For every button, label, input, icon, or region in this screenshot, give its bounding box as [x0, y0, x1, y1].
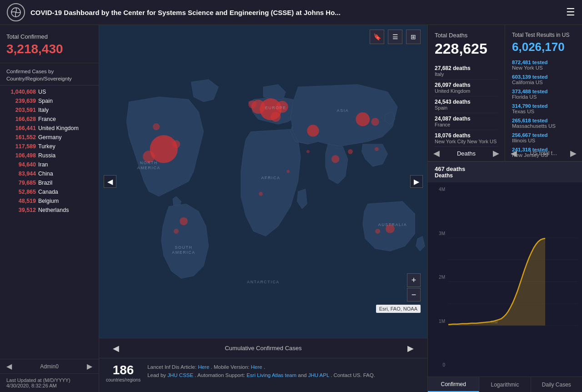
sidebar-item[interactable]: 166,441United Kingdom	[0, 124, 99, 133]
map-prev-footer[interactable]: ◀	[113, 343, 119, 353]
map-next-footer[interactable]: ▶	[407, 343, 414, 353]
mobile-link[interactable]: Here	[251, 364, 262, 370]
death-list-item: 24,543 deathsSpain	[435, 96, 498, 113]
list-tool-btn[interactable]: ☰	[388, 30, 402, 44]
main-layout: Total Confirmed 3,218,430 Confirmed Case…	[0, 25, 582, 392]
map-prev-btn[interactable]: ◀	[104, 175, 116, 188]
esri-link[interactable]: Esri Living Atlas team	[246, 372, 296, 378]
sidebar-item[interactable]: 203,591Italy	[0, 106, 99, 115]
svg-text:AUSTRALIA: AUSTRALIA	[378, 222, 407, 227]
zoom-out-btn[interactable]: −	[407, 288, 421, 302]
death-place: New York City New York US	[435, 139, 498, 144]
map-toolbar: 🔖 ☰ ⊞	[370, 30, 421, 44]
deaths-nav-bar: ◀ Deaths ▶	[428, 146, 505, 161]
death-place: France	[435, 122, 498, 127]
chart-svg: Mar	[448, 187, 577, 377]
right-panel: Total Deaths 228,625 27,682 deathsItaly2…	[427, 25, 582, 392]
country-count: 186	[106, 363, 140, 377]
total-confirmed-value: 3,218,430	[6, 42, 92, 56]
svg-point-10	[307, 125, 319, 136]
death-count: 18,076 deaths	[435, 132, 498, 139]
test-list-item: 872,481 testedNew York US	[512, 58, 575, 72]
contact-text: . Contact US. FAQ.	[331, 372, 375, 378]
sidebar-item[interactable]: 48,519Belgium	[0, 196, 99, 206]
svg-point-20	[286, 170, 290, 173]
jhu-logo	[7, 3, 25, 21]
last-updated-value: 4/30/2020, 8:32:26 AM	[6, 383, 92, 388]
test-count: 373,488 tested	[512, 89, 548, 94]
deaths-top: Total Deaths 228,625 27,682 deathsItaly2…	[428, 25, 582, 146]
country-count: 79,685	[6, 180, 36, 186]
svg-point-13	[331, 155, 340, 163]
chart-y-labels: 4M 3M 2M 1M 0	[428, 187, 447, 367]
y-label-0: 0	[442, 362, 445, 367]
country-count: 83,944	[6, 171, 36, 177]
country-count: 203,591	[6, 107, 36, 113]
bookmark-tool-btn[interactable]: 🔖	[370, 30, 384, 44]
svg-point-11	[356, 112, 370, 126]
country-name: Netherlands	[38, 207, 69, 213]
menu-icon[interactable]: ☰	[566, 6, 575, 18]
deaths-label: Total Deaths	[435, 32, 498, 39]
sidebar-item[interactable]: 83,944China	[0, 169, 99, 178]
chart-panel: 4M 3M 2M 1M 0 Mar	[428, 182, 582, 392]
sidebar-total: Total Confirmed 3,218,430	[0, 25, 99, 63]
tab-daily-cases[interactable]: Daily Cases	[531, 377, 582, 392]
deaths-prev-btn[interactable]: ◀	[433, 148, 440, 158]
sidebar-item[interactable]: 161,552Germany	[0, 133, 99, 142]
deaths-next-btn[interactable]: ▶	[493, 148, 499, 158]
sidebar-next-btn[interactable]: ▶	[87, 362, 92, 371]
jhu-apl-link[interactable]: JHU APL	[308, 372, 329, 378]
sidebar-item[interactable]: 166,628France	[0, 115, 99, 124]
test-nav-bar: ◀ US total t... ▶	[505, 146, 582, 161]
svg-point-9	[248, 101, 256, 109]
test-label: Total Test Results in US	[512, 32, 575, 38]
sidebar-item[interactable]: 79,685Brazil	[0, 178, 99, 187]
highlight-place: Deaths	[435, 172, 575, 179]
map-next-btn[interactable]: ▶	[410, 175, 423, 188]
map-attribution: Esri, FAO, NOAA	[376, 305, 421, 313]
chart-tabs: Confirmed Logarithmic Daily Cases	[428, 377, 582, 392]
grid-tool-btn[interactable]: ⊞	[406, 30, 421, 44]
tab-logarithmic[interactable]: Logarithmic	[479, 377, 531, 392]
sidebar-item[interactable]: 106,498Russia	[0, 151, 99, 160]
jhu-csse-link[interactable]: JHU CSSE	[167, 372, 193, 378]
sidebar-country-list[interactable]: 1,040,608US239,639Spain203,591Italy166,6…	[0, 85, 99, 359]
country-count: 106,498	[6, 152, 36, 159]
sidebar-item[interactable]: 1,040,608US	[0, 87, 99, 96]
sidebar-item[interactable]: 39,512Netherlands	[0, 206, 99, 215]
tab-confirmed[interactable]: Confirmed	[428, 377, 479, 392]
sidebar-item[interactable]: 239,639Spain	[0, 96, 99, 106]
sidebar-nav-label: Admin0	[40, 363, 59, 370]
country-count: 94,640	[6, 161, 36, 168]
zoom-in-btn[interactable]: +	[407, 273, 421, 287]
test-place: California US	[512, 80, 543, 85]
svg-point-21	[348, 149, 353, 154]
country-name: US	[38, 89, 46, 95]
death-list-item: 24,087 deathsFrance	[435, 113, 498, 130]
death-count: 24,543 deaths	[435, 99, 498, 105]
lancet-link[interactable]: Here	[198, 364, 209, 370]
country-name: Turkey	[38, 143, 55, 150]
test-prev-btn[interactable]: ◀	[511, 148, 517, 158]
svg-point-4	[172, 140, 181, 148]
sidebar-item[interactable]: 52,865Canada	[0, 187, 99, 196]
lead-by-text: Lead by	[147, 372, 167, 378]
center-panel: 🔖 ☰ ⊞	[99, 25, 427, 392]
deaths-summary: Total Deaths 228,625 27,682 deathsItaly2…	[428, 25, 505, 146]
svg-point-22	[375, 147, 379, 151]
death-count: 26,097 deaths	[435, 82, 498, 88]
page-title: COVID-19 Dashboard by the Center for Sys…	[30, 9, 566, 16]
sidebar-list-header: Confirmed Cases by Country/Region/Sovere…	[0, 63, 99, 85]
svg-text:AMERICA: AMERICA	[172, 250, 195, 255]
test-place: Illinois US	[512, 138, 535, 143]
deaths-nav-label: Deaths	[457, 150, 476, 157]
country-count-label: countries/regions	[106, 377, 140, 382]
country-name: Belgium	[38, 198, 59, 204]
sidebar-item[interactable]: 117,589Turkey	[0, 142, 99, 151]
sidebar-item[interactable]: 94,640Iran	[0, 160, 99, 169]
test-next-btn[interactable]: ▶	[570, 148, 577, 158]
test-place: Florida US	[512, 94, 537, 100]
sidebar-prev-btn[interactable]: ◀	[6, 362, 12, 371]
map-container[interactable]: NORTH AMERICA SOUTH AMERICA EUROPE AFRIC…	[99, 25, 427, 338]
